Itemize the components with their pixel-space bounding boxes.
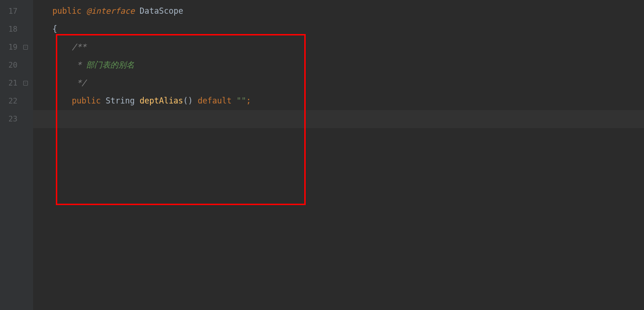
gutter: 171819−2021−2223 [0,0,33,310]
code-token: deptAlias [140,95,183,107]
code-token: public [72,95,101,107]
code-token: String [101,95,140,107]
code-line[interactable]: { [33,20,644,38]
code-token: @interface [86,5,134,17]
fold-open-icon[interactable]: − [23,45,28,50]
code-line[interactable]: public String deptAlias() default ""; [33,92,644,110]
fold-area: − [21,45,30,50]
gutter-row: 21− [0,74,33,92]
code-token: { [53,23,57,35]
line-number[interactable]: 20 [0,60,21,71]
code-token [38,77,77,89]
gutter-row: 22 [0,92,33,110]
code-token: 部门表的别名 [86,59,134,71]
gutter-row: 17 [0,2,33,20]
code-token: * [77,59,86,71]
gutter-row: 19− [0,38,33,56]
line-number[interactable]: 22 [0,95,21,107]
code-area[interactable]: public @interface DataScope { /** * 部门表的… [33,0,644,310]
code-token [38,95,72,107]
code-token: default [198,95,232,107]
code-token: public [53,5,81,17]
code-token [38,41,72,53]
code-line[interactable] [33,110,644,128]
code-token: ; [246,95,251,107]
gutter-row: 23 [0,110,33,128]
code-token [231,95,236,107]
code-token: DataScope [140,5,183,17]
fold-close-icon[interactable]: − [23,81,28,86]
code-line[interactable]: * 部门表的别名 [33,56,644,74]
code-token [38,23,53,35]
code-line[interactable]: public @interface DataScope [33,2,644,20]
gutter-row: 18 [0,20,33,38]
code-token [81,5,86,17]
line-number[interactable]: 19 [0,42,21,53]
line-number[interactable]: 17 [0,6,21,17]
code-token: "" [237,95,246,107]
fold-area: − [21,81,30,86]
code-line[interactable]: /** [33,38,644,56]
line-number[interactable]: 21 [0,78,21,89]
code-editor[interactable]: 171819−2021−2223 public @interface DataS… [0,0,644,310]
code-token [38,59,77,71]
code-token [135,5,140,17]
code-token: */ [77,77,86,89]
code-token [38,5,53,17]
line-number[interactable]: 23 [0,113,21,125]
gutter-row: 20 [0,56,33,74]
line-number[interactable]: 18 [0,24,21,35]
code-token [193,95,198,107]
code-token: () [183,95,193,107]
code-token: /** [72,41,87,53]
code-line[interactable]: */ [33,74,644,92]
